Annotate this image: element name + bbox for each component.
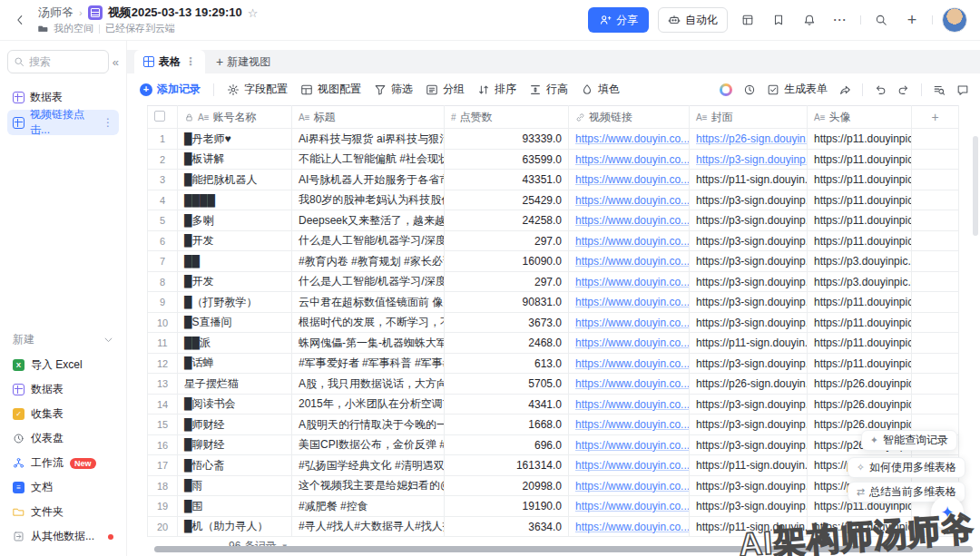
cell-video[interactable]: https://www.douyin.co... xyxy=(569,415,690,435)
row-number[interactable]: 8 xyxy=(148,271,178,292)
generate-form-button[interactable]: 生成表单 xyxy=(767,82,828,97)
new-item-document[interactable]: ≡ 文档 xyxy=(7,475,119,500)
add-icon[interactable]: + xyxy=(901,9,923,31)
row-number[interactable]: 20 xyxy=(148,516,178,537)
fill-color-button[interactable]: 填色 xyxy=(581,82,620,97)
cell-avatar[interactable]: https://p3.douyinpic.co... xyxy=(808,251,912,272)
comment-button[interactable] xyxy=(956,83,969,96)
sidebar-item-video-links[interactable]: 视频链接点击... ⋮ xyxy=(7,110,119,135)
row-number[interactable]: 17 xyxy=(148,455,178,476)
cell-cover[interactable]: https://p11-sign.douyin... xyxy=(690,333,808,354)
cell-avatar[interactable]: https://p11.douyinpic.c... xyxy=(808,353,912,374)
cell-avatar[interactable]: https://p26.douyinpic.c... xyxy=(808,394,912,415)
cell-avatar[interactable]: https://p11.douyinpic.c... xyxy=(808,230,912,251)
horizontal-scrollbar[interactable] xyxy=(154,546,973,552)
cell-title[interactable]: 什么是人工智能/机器学习/深度学习/... xyxy=(292,271,445,292)
search-icon[interactable] xyxy=(870,9,892,31)
cell-video[interactable]: https://www.douyin.co... xyxy=(569,149,690,170)
cell-cover[interactable]: https://p3-sign.douyinp... xyxy=(690,251,808,272)
share-button[interactable]: 分享 xyxy=(588,7,649,33)
cell-avatar[interactable]: https://p11.douyinpic.c... xyxy=(808,149,912,170)
cell-likes[interactable]: 3673.0 xyxy=(445,312,569,333)
chip-smart-query[interactable]: ✦ 智能查询记录 xyxy=(861,430,957,451)
cell-title[interactable]: 不能让人工智能偏航 #社会现状 #人... xyxy=(292,149,445,170)
share-view-button[interactable] xyxy=(838,83,851,96)
sidebar-search[interactable] xyxy=(7,50,109,73)
cell-title[interactable]: Ai界科技与狠货 ai界科技与狠活太恶... xyxy=(292,129,445,150)
new-item-workflow[interactable]: 工作流 New xyxy=(7,451,119,475)
cell-account[interactable]: ████ xyxy=(178,190,292,210)
cell-cover[interactable]: https://p3-sign.douyinp... xyxy=(690,271,808,292)
cell-account[interactable]: █（打野教学） xyxy=(178,292,292,313)
cell-likes[interactable]: 19190.0 xyxy=(445,496,569,517)
row-number[interactable]: 13 xyxy=(148,374,178,395)
cell-video[interactable]: https://www.douyin.co... xyxy=(569,170,690,190)
cell-account[interactable]: █悟心斋 xyxy=(178,455,292,476)
collapse-sidebar-icon[interactable]: « xyxy=(113,55,119,69)
cell-cover[interactable]: https://p3-sign.douyinp... xyxy=(690,353,808,374)
new-item-dashboard[interactable]: 仪表盘 xyxy=(7,426,119,451)
cell-account[interactable]: █S直播间 xyxy=(178,312,292,333)
column-header-avatar[interactable]: A≡头像 xyxy=(808,106,912,129)
automation-button[interactable]: 自动化 xyxy=(658,7,728,33)
cell-likes[interactable]: 297.0 xyxy=(445,230,569,251)
tab-grid-view[interactable]: 表格 ⋮ xyxy=(134,50,205,73)
cell-video[interactable]: https://www.douyin.co... xyxy=(569,516,690,537)
cell-likes[interactable]: 63599.0 xyxy=(445,149,569,170)
undo-button[interactable] xyxy=(874,83,887,96)
star-icon[interactable]: ☆ xyxy=(248,6,259,20)
cell-cover[interactable]: https://p26-sign.douyin... xyxy=(690,129,808,150)
cell-cover[interactable]: https://p11-sign.douyin... xyxy=(690,170,808,190)
cell-title[interactable]: Deepseek又来整活了，越来越细思... xyxy=(292,210,445,231)
cell-likes[interactable]: 161314.0 xyxy=(445,455,569,476)
new-item-folder[interactable]: 文件夹 xyxy=(7,500,119,524)
history-button[interactable] xyxy=(743,83,756,96)
column-header-account[interactable]: A≡ 账号名称 xyxy=(178,106,292,129)
cell-cover[interactable]: https://p3-sign.douyinp... xyxy=(690,496,808,517)
cell-video[interactable]: https://www.douyin.co... xyxy=(569,374,690,395)
row-number[interactable]: 19 xyxy=(148,496,178,517)
row-number[interactable]: 11 xyxy=(148,333,178,354)
row-number[interactable]: 10 xyxy=(148,312,178,333)
cell-video[interactable]: https://www.douyin.co... xyxy=(569,271,690,292)
cell-video[interactable]: https://www.douyin.co... xyxy=(569,496,690,517)
cell-account[interactable]: ██ xyxy=(178,251,292,272)
cell-avatar[interactable]: https://p11.douyinpic.c... xyxy=(808,292,912,313)
select-all-header[interactable] xyxy=(148,106,178,129)
cell-title[interactable]: 蛛网傀儡-第一集-机器蜘蛛大军出动 xyxy=(292,333,445,354)
cell-likes[interactable]: 696.0 xyxy=(445,434,569,455)
cell-title[interactable]: #军事爱好者 #军事科普 #军事#军事... xyxy=(292,353,445,374)
checkbox[interactable] xyxy=(154,111,165,122)
back-icon[interactable] xyxy=(9,9,31,31)
cell-cover[interactable]: https://p3-sign.douyinp... xyxy=(690,434,808,455)
cell-title[interactable]: 美国CPI数据公布，金价反弹 #黄金 ... xyxy=(292,434,445,455)
cell-title[interactable]: #减肥餐 #控食 xyxy=(292,496,445,517)
redo-button[interactable] xyxy=(897,83,910,96)
cell-likes[interactable]: 297.0 xyxy=(445,271,569,292)
row-number[interactable]: 1 xyxy=(148,129,178,150)
cell-likes[interactable]: 93339.0 xyxy=(445,129,569,150)
cell-likes[interactable]: 25429.0 xyxy=(445,190,569,210)
cell-title[interactable]: 根据时代的发展，不断学习，不断进... xyxy=(292,312,445,333)
bell-icon[interactable] xyxy=(799,9,820,31)
cell-account[interactable]: █机（助力寻人） xyxy=(178,516,292,537)
cell-account[interactable]: █丹老师♥ xyxy=(178,129,292,150)
cell-video[interactable]: https://www.douyin.co... xyxy=(569,455,690,476)
cell-title[interactable]: AI号脉机器人开始服务于各省市 #科... xyxy=(292,170,445,190)
new-item-from-other-data[interactable]: 从其他数据... xyxy=(7,524,119,549)
cell-video[interactable]: https://www.douyin.co... xyxy=(569,475,690,496)
cell-title[interactable]: 云中君在超标数值怪镜面前 像是一... xyxy=(292,292,445,313)
breadcrumb-space[interactable]: 我的空间 xyxy=(54,22,93,35)
cell-cover[interactable]: https://p3-sign.douyinp... xyxy=(690,230,808,251)
cell-likes[interactable]: 4341.0 xyxy=(445,394,569,415)
cell-video[interactable]: https://www.douyin.co... xyxy=(569,292,690,313)
cell-title[interactable]: 什么是人工智能/机器学习/深度学习/... xyxy=(292,230,445,251)
cell-title[interactable]: 这个视频我主要是给媳妇看的@娜拉... xyxy=(292,475,445,496)
cell-cover[interactable]: https://p3-sign.douyinp... xyxy=(690,312,808,333)
avatar[interactable] xyxy=(942,7,967,33)
cell-video[interactable]: https://www.douyin.co... xyxy=(569,434,690,455)
cell-likes[interactable]: 43351.0 xyxy=(445,170,569,190)
row-number[interactable]: 2 xyxy=(148,149,178,170)
more-icon[interactable]: ··· xyxy=(829,9,851,31)
cell-cover[interactable]: https://p3-sign.douyinp... xyxy=(690,149,808,170)
